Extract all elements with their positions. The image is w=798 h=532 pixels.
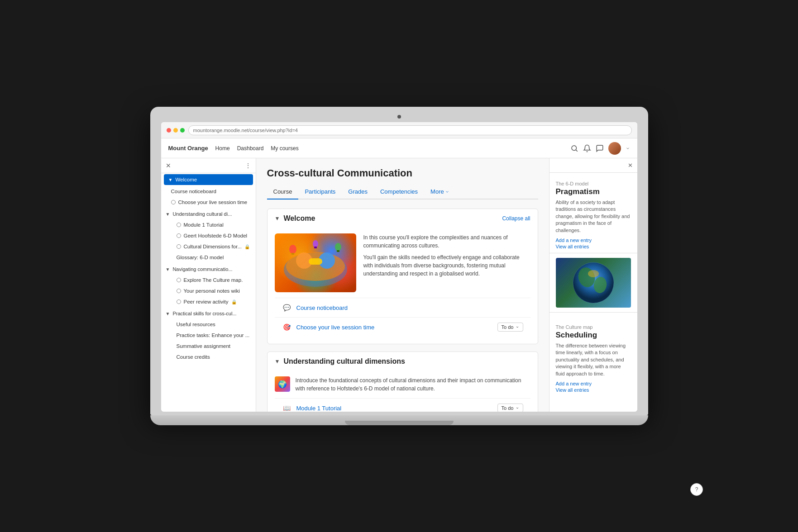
sidebar-chevron-icon2: ▼ (166, 212, 170, 217)
app-container: Mount Orange Home Dashboard My courses (161, 138, 637, 412)
tab-participants[interactable]: Participants (298, 185, 342, 200)
understanding-header-left: ▼ Understanding cultural dimensions (275, 357, 405, 366)
widget-culture-add-link[interactable]: Add a new entry (556, 381, 631, 386)
sidebar-item-peer-review[interactable]: Peer review activity 🔒 (161, 296, 256, 307)
welcome-section-header[interactable]: ▼ Welcome Collapse all (268, 209, 538, 228)
maximize-window-dot[interactable] (180, 128, 185, 133)
top-navigation: Mount Orange Home Dashboard My courses (161, 138, 637, 158)
widget-6d-model: The 6-D model Pragmatism Ability of a so… (550, 173, 637, 249)
lock-icon2: 🔒 (231, 299, 237, 304)
session-time-link[interactable]: Choose your live session time (296, 324, 493, 331)
earth-image (556, 258, 631, 308)
sidebar-item-welcome[interactable]: ▼ Welcome (164, 174, 253, 185)
sidebar-item-hofstede[interactable]: Geert Hoofstede 6-D Model (161, 230, 256, 241)
sidebar-item-explore-culture[interactable]: Explore The Culture map. (161, 275, 256, 285)
nav-right-actions (570, 142, 630, 155)
sidebar-glossary-label: Glossary: 6-D model (177, 255, 224, 260)
sidebar-chevron-icon3: ▼ (166, 267, 170, 272)
welcome-text: In this course you'll explore the comple… (363, 233, 530, 292)
session-time-todo-badge[interactable]: To do (497, 323, 523, 332)
course-title: Cross-cultural Communication (267, 167, 538, 179)
understanding-intro: 🌍 Introduce the foundational concepts of… (275, 376, 530, 393)
sidebar-circle-icon2 (177, 223, 181, 227)
avatar-chevron-icon[interactable] (626, 146, 630, 151)
widget-culture-map: The Culture map Scheduling The differenc… (550, 316, 637, 393)
sidebar-item-cultural-dim[interactable]: Cultural Dimensions for... 🔒 (161, 241, 256, 252)
sidebar-item-navigating[interactable]: ▼ Navigating communicatio... (161, 263, 256, 275)
sidebar-item-useful-resources[interactable]: Useful resources (161, 319, 256, 330)
nav-dashboard[interactable]: Dashboard (237, 145, 264, 152)
bell-icon[interactable] (583, 144, 591, 152)
widget-6d-view-link[interactable]: View all entries (556, 244, 631, 249)
search-icon[interactable] (570, 144, 578, 152)
activity-noticeboard: 💬 Course noticeboard (275, 298, 530, 318)
sidebar-close-button[interactable]: ✕ (166, 162, 171, 169)
welcome-illustration (279, 236, 352, 290)
main-content: Cross-cultural Communication Course Part… (256, 158, 549, 412)
noticeboard-link[interactable]: Course noticeboard (296, 304, 523, 311)
sidebar-chevron-icon: ▼ (168, 177, 173, 182)
welcome-section-title: Welcome (283, 214, 315, 223)
sidebar-menu-button[interactable]: ⋮ (245, 162, 251, 169)
sidebar-item-personal-notes[interactable]: Your personal notes wiki (161, 285, 256, 296)
sidebar-item-summative[interactable]: Summative assignment (161, 341, 256, 352)
widget-culture-desc: The difference between viewing time line… (556, 342, 631, 377)
sidebar-item-choose-session[interactable]: Choose your live session time (161, 197, 256, 208)
url-text: mountorange.moodle.net/course/view.php?i… (193, 128, 298, 133)
welcome-activities: 💬 Course noticeboard 🎯 Choose your live … (275, 298, 530, 337)
widget-6d-add-link[interactable]: Add a new entry (556, 238, 631, 243)
sidebar-item-module1[interactable]: Module 1 Tutorial (161, 219, 256, 230)
right-divider2 (550, 312, 637, 313)
sidebar-understanding-label: Understanding cultural di... (172, 211, 232, 217)
right-close-button[interactable]: ✕ (628, 162, 633, 169)
activity-module1: 📖 Module 1 Tutorial To do (275, 399, 530, 412)
tab-competencies[interactable]: Competencies (374, 185, 424, 200)
widget-6d-desc: Ability of a society to adapt traditions… (556, 199, 631, 234)
svg-rect-8 (291, 253, 294, 255)
widget-culture-subtitle: The Culture map (556, 324, 593, 330)
module1-link[interactable]: Module 1 Tutorial (296, 405, 493, 412)
nav-home[interactable]: Home (215, 145, 230, 152)
nav-my-courses[interactable]: My courses (271, 145, 298, 152)
tab-course[interactable]: Course (267, 185, 299, 200)
sidebar-item-practice-tasks[interactable]: Practice tasks: Enhance your ... (161, 330, 256, 341)
module1-todo-label: To do (502, 405, 514, 411)
module1-todo-badge[interactable]: To do (497, 404, 523, 412)
avatar[interactable] (608, 142, 621, 155)
svg-rect-10 (337, 250, 339, 252)
sidebar-item-glossary[interactable]: Glossary: 6-D model (161, 252, 256, 263)
svg-point-0 (572, 146, 577, 151)
sidebar-noticeboard-label: Course noticeboard (171, 189, 216, 194)
understanding-section-card: ▼ Understanding cultural dimensions 🌍 In… (267, 352, 538, 412)
collapse-all-button[interactable]: Collapse all (502, 215, 530, 222)
svg-rect-12 (314, 247, 317, 248)
noticeboard-icon: 💬 (282, 303, 292, 313)
tab-more[interactable]: More (424, 185, 456, 199)
widget-culture-view-link[interactable]: View all entries (556, 387, 631, 393)
cultural-thumb: 🌍 (275, 376, 290, 392)
chat-icon[interactable] (596, 144, 604, 152)
welcome-desc2: You'll gain the skills needed to effecti… (363, 253, 530, 278)
sidebar-item-understanding[interactable]: ▼ Understanding cultural di... (161, 208, 256, 219)
sidebar-item-course-noticeboard[interactable]: Course noticeboard (161, 186, 256, 197)
activity-session-time: 🎯 Choose your live session time To do (275, 318, 530, 337)
understanding-collapse-icon: ▼ (275, 358, 280, 365)
close-window-dot[interactable] (167, 128, 171, 133)
svg-line-1 (576, 150, 577, 151)
sidebar-explore-label: Explore The Culture map. (184, 277, 243, 283)
widget-6d-title: Pragmatism (556, 187, 631, 196)
todo-chevron-icon2 (516, 406, 519, 410)
understanding-section-header[interactable]: ▼ Understanding cultural dimensions (268, 352, 538, 371)
sidebar-item-practical[interactable]: ▼ Practical skills for cross-cul... (161, 307, 256, 319)
sidebar-chevron-icon4: ▼ (166, 311, 170, 316)
minimize-window-dot[interactable] (173, 128, 178, 133)
left-sidebar: ✕ ⋮ ▼ Welcome Course noticeboard (161, 158, 256, 412)
address-bar[interactable]: mountorange.moodle.net/course/view.php?i… (188, 125, 632, 135)
laptop-base (150, 415, 648, 425)
laptop-frame: mountorange.moodle.net/course/view.php?i… (150, 107, 648, 425)
sidebar-item-course-credits[interactable]: Course credits (161, 352, 256, 362)
sidebar-practical-label: Practical skills for cross-cul... (172, 311, 236, 316)
svg-point-7 (289, 245, 296, 254)
window-controls (167, 128, 185, 133)
tab-grades[interactable]: Grades (342, 185, 374, 200)
